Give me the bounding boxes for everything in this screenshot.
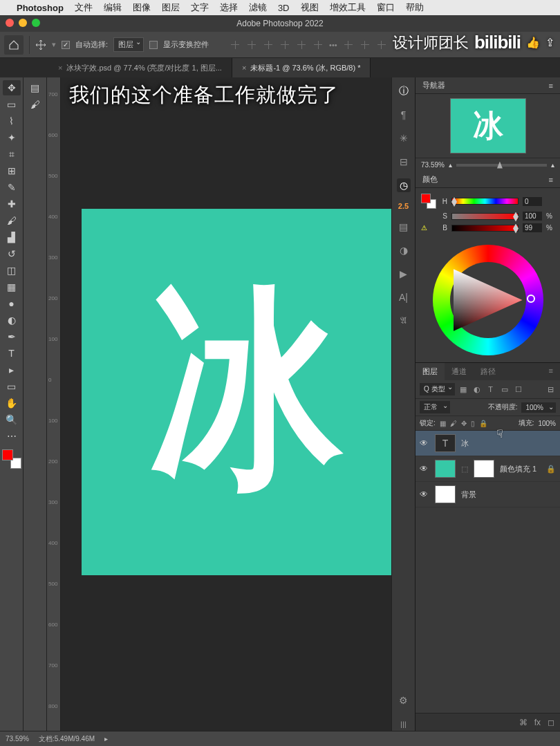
move-tool[interactable]: ✥ bbox=[3, 80, 21, 95]
zoom-slider[interactable] bbox=[456, 164, 547, 167]
canvas-area[interactable]: 7006005004003002001000100200300400500600… bbox=[47, 77, 391, 731]
dodge-tool[interactable]: ◐ bbox=[3, 313, 21, 328]
lock-icon[interactable]: 🔒 bbox=[546, 465, 556, 474]
app-name[interactable]: Photoshop bbox=[17, 3, 64, 13]
channels-tab[interactable]: 通道 bbox=[445, 363, 474, 380]
distribute-icon[interactable] bbox=[343, 39, 354, 50]
adjustments-icon[interactable]: ◑ bbox=[397, 243, 411, 257]
lock-trans-icon[interactable]: ▦ bbox=[440, 420, 446, 427]
zoom-out-icon[interactable]: ▴ bbox=[449, 161, 452, 169]
color-wheel[interactable] bbox=[433, 245, 543, 355]
menu-plugins[interactable]: 增效工具 bbox=[330, 1, 366, 14]
filter-pixel-icon[interactable]: ▦ bbox=[458, 384, 469, 394]
layer-name[interactable]: 背景 bbox=[461, 489, 476, 500]
sliders-icon[interactable]: ⚙ bbox=[397, 693, 411, 707]
status-doc[interactable]: 文档:5.49M/9.46M bbox=[39, 734, 95, 744]
distribute-icon[interactable] bbox=[360, 39, 371, 50]
auto-select-checkbox[interactable] bbox=[62, 41, 70, 49]
layer-row[interactable]: 👁 ⬚ 颜色填充 1 🔒 bbox=[416, 456, 560, 482]
bri-slider[interactable] bbox=[451, 225, 519, 232]
close-tab-icon[interactable]: × bbox=[58, 64, 62, 72]
marquee-tool[interactable]: ▭ bbox=[3, 97, 21, 112]
blend-mode[interactable]: 正常 bbox=[420, 401, 450, 413]
distribute-icon[interactable] bbox=[376, 39, 387, 50]
close-window-button[interactable] bbox=[6, 19, 14, 27]
menu-edit[interactable]: 编辑 bbox=[104, 1, 122, 14]
document-tab[interactable]: × 冰块字效.psd @ 77.4% (亮度/对比度 1, 图层... bbox=[48, 58, 232, 77]
hue-slider[interactable] bbox=[451, 198, 519, 205]
crop-tool[interactable]: ⌗ bbox=[3, 147, 21, 162]
glyphs-icon[interactable]: 𝔄 bbox=[397, 314, 411, 328]
navigator-tab[interactable]: 导航器≡ bbox=[416, 77, 560, 94]
filter-kind[interactable]: Q 类型 bbox=[420, 383, 455, 395]
menu-3d[interactable]: 3D bbox=[278, 3, 290, 13]
opacity-value[interactable]: 100% bbox=[521, 402, 556, 413]
wheel-picker[interactable] bbox=[527, 295, 535, 303]
align-icon[interactable] bbox=[246, 39, 257, 50]
fg-color-swatch[interactable] bbox=[2, 449, 13, 460]
layer-thumb[interactable] bbox=[435, 485, 456, 503]
timer-icon[interactable]: ◷ bbox=[397, 178, 411, 192]
close-tab-icon[interactable]: × bbox=[242, 64, 246, 72]
wand-tool[interactable]: ✦ bbox=[3, 130, 21, 145]
visibility-icon[interactable]: 👁 bbox=[420, 464, 429, 474]
layers-tab[interactable]: 图层 bbox=[416, 363, 445, 380]
type-tool[interactable]: T bbox=[3, 346, 21, 361]
lock-paint-icon[interactable]: 🖌 bbox=[450, 420, 457, 427]
align-icon[interactable] bbox=[312, 39, 324, 50]
layer-name[interactable]: 颜色填充 1 bbox=[500, 464, 536, 474]
auto-select-target[interactable]: 图层 bbox=[113, 37, 144, 52]
home-button[interactable] bbox=[4, 35, 24, 55]
actions-icon[interactable]: ▶ bbox=[397, 267, 411, 281]
zoom-tool[interactable]: 🔍 bbox=[3, 412, 21, 427]
filter-toggle[interactable]: ⊟ bbox=[545, 384, 556, 394]
properties-icon[interactable]: ⓘ bbox=[397, 84, 411, 98]
menu-select[interactable]: 选择 bbox=[220, 1, 238, 14]
pen-tool[interactable]: ✒ bbox=[3, 329, 21, 344]
color-fgbg[interactable] bbox=[421, 194, 436, 209]
path-select-tool[interactable]: ▸ bbox=[3, 362, 21, 377]
eraser-tool[interactable]: ◫ bbox=[3, 263, 21, 278]
menu-layer[interactable]: 图层 bbox=[162, 1, 180, 14]
menu-window[interactable]: 窗口 bbox=[377, 1, 395, 14]
visibility-icon[interactable]: 👁 bbox=[420, 438, 429, 448]
history-brush-tool[interactable]: ↺ bbox=[3, 246, 21, 261]
menu-help[interactable]: 帮助 bbox=[406, 1, 424, 14]
zoom-in-icon[interactable]: ▴ bbox=[551, 161, 554, 169]
bri-value[interactable]: 99 bbox=[523, 223, 542, 232]
artboard[interactable]: 冰 bbox=[82, 209, 391, 575]
edit-toolbar[interactable]: ⋯ bbox=[3, 429, 21, 444]
fullscreen-window-button[interactable] bbox=[32, 19, 40, 27]
status-zoom[interactable]: 73.59% bbox=[6, 735, 29, 743]
paragraph-icon[interactable]: ¶ bbox=[397, 108, 411, 122]
paths-tab[interactable]: 路径 bbox=[474, 363, 503, 380]
shape-tool[interactable]: ▭ bbox=[3, 379, 21, 394]
hand-tool[interactable]: ✋ bbox=[3, 395, 21, 411]
layer-row[interactable]: 👁 T 冰 bbox=[416, 431, 560, 456]
menu-filter[interactable]: 滤镜 bbox=[249, 1, 267, 14]
align-icon[interactable] bbox=[296, 39, 307, 50]
lock-all-icon[interactable]: 🔒 bbox=[479, 420, 487, 427]
lock-pos-icon[interactable]: ✥ bbox=[461, 420, 467, 427]
mask-icon[interactable]: ◻ bbox=[548, 718, 554, 727]
layer-row[interactable]: 👁 背景 bbox=[416, 482, 560, 507]
ruler-icon[interactable]: ⊟ bbox=[397, 155, 411, 169]
panel-menu-icon[interactable]: ≡ bbox=[542, 363, 560, 380]
layer-thumb[interactable]: T bbox=[435, 434, 456, 452]
link-layers-icon[interactable]: ⌘ bbox=[519, 718, 528, 727]
canvas-viewport[interactable]: 冰 bbox=[61, 77, 391, 731]
menu-file[interactable]: 文件 bbox=[75, 1, 93, 14]
artboard-tool[interactable]: ▤ bbox=[26, 80, 44, 95]
fg-bg-colors[interactable] bbox=[2, 449, 21, 469]
align-icon[interactable] bbox=[230, 39, 241, 50]
brush-tool[interactable]: 🖌 bbox=[3, 213, 21, 228]
histogram-icon[interactable]: ⫼ bbox=[397, 717, 411, 731]
stamp-tool[interactable]: ▟ bbox=[3, 230, 21, 245]
filter-adjust-icon[interactable]: ◐ bbox=[472, 384, 483, 394]
navigator-preview[interactable]: 冰 bbox=[416, 94, 560, 158]
document-tab[interactable]: × 未标题-1 @ 73.6% (冰, RGB/8) * bbox=[232, 58, 371, 77]
swatches-icon[interactable]: ▤ bbox=[397, 220, 411, 234]
sat-value[interactable]: 100 bbox=[523, 212, 542, 221]
align-icon[interactable] bbox=[279, 39, 290, 50]
menu-image[interactable]: 图像 bbox=[133, 1, 151, 14]
